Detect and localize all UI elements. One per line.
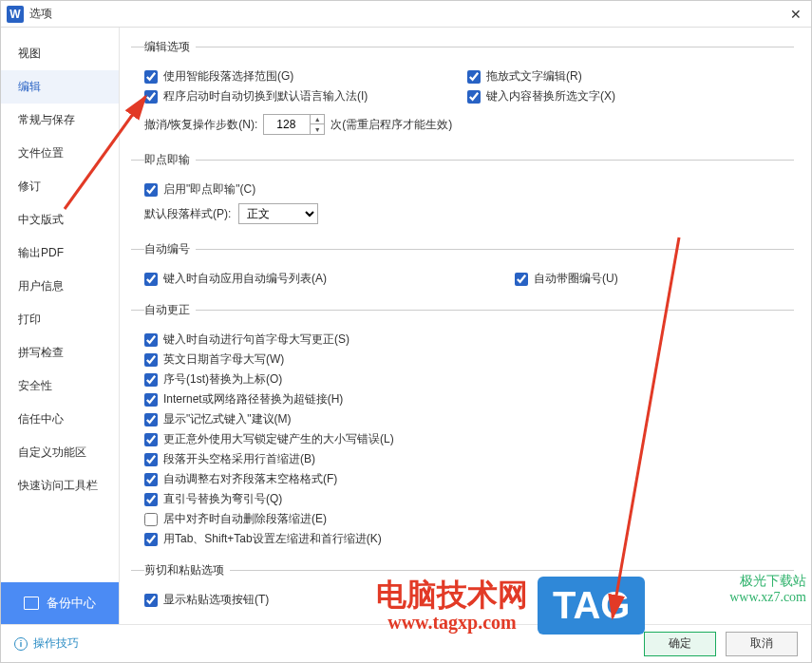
sidebar-item-label: 打印 bbox=[18, 312, 41, 328]
checkbox-autocorrect-8[interactable] bbox=[144, 493, 158, 506]
label-auto-number-list: 键入时自动应用自动编号列表(A) bbox=[163, 271, 327, 287]
checkbox-drag-edit[interactable] bbox=[467, 70, 481, 84]
checkbox-enable-clicktype[interactable] bbox=[144, 183, 158, 197]
sidebar-item-label: 视图 bbox=[18, 46, 41, 62]
label-autocorrect-8: 直引号替换为弯引号(Q) bbox=[163, 491, 282, 507]
spin-down[interactable]: ▼ bbox=[311, 124, 324, 134]
checkbox-autocorrect-0[interactable] bbox=[144, 333, 158, 347]
label-autocorrect-5: 更正意外使用大写锁定键产生的大小写错误(L) bbox=[163, 431, 394, 447]
label-enable-clicktype: 启用"即点即输"(C) bbox=[163, 181, 255, 198]
checkbox-autocorrect-7[interactable] bbox=[144, 473, 158, 486]
label-autocorrect-6: 段落开头空格采用行首缩进(B) bbox=[163, 451, 315, 467]
checkbox-autocorrect-9[interactable] bbox=[144, 513, 158, 526]
sidebar-item-label: 输出PDF bbox=[18, 245, 64, 261]
window-title: 选项 bbox=[29, 6, 52, 22]
cancel-button[interactable]: 取消 bbox=[726, 632, 798, 656]
input-undo-steps[interactable] bbox=[264, 115, 310, 134]
label-autocorrect-10: 用Tab、Shift+Tab设置左缩进和首行缩进(K) bbox=[163, 531, 382, 547]
sidebar-item-view[interactable]: 视图 bbox=[1, 37, 119, 70]
footer: i 操作技巧 确定 取消 bbox=[1, 624, 811, 662]
sidebar-item-spellcheck[interactable]: 拼写检查 bbox=[1, 336, 119, 369]
sidebar-item-label: 拼写检查 bbox=[18, 345, 64, 361]
spin-up[interactable]: ▲ bbox=[311, 115, 324, 124]
sidebar-item-output-pdf[interactable]: 输出PDF bbox=[1, 237, 119, 270]
sidebar-item-security[interactable]: 安全性 bbox=[1, 369, 119, 403]
label-overtype: 键入内容替换所选文字(X) bbox=[486, 88, 615, 104]
ok-button[interactable]: 确定 bbox=[644, 632, 716, 656]
info-icon: i bbox=[14, 637, 28, 651]
checkbox-autocorrect-10[interactable] bbox=[144, 533, 158, 546]
label-default-paragraph-style: 默认段落样式(P): bbox=[144, 206, 231, 222]
sidebar-item-chinese-layout[interactable]: 中文版式 bbox=[1, 203, 119, 237]
sidebar-item-user-info[interactable]: 用户信息 bbox=[1, 270, 119, 303]
checkbox-show-paste-options[interactable] bbox=[144, 594, 158, 607]
backup-icon bbox=[24, 597, 39, 610]
sidebar-item-label: 文件位置 bbox=[18, 145, 64, 161]
backup-center-label: 备份中心 bbox=[47, 595, 96, 612]
group-legend: 自动编号 bbox=[144, 241, 196, 257]
checkbox-autocorrect-3[interactable] bbox=[144, 393, 158, 407]
sidebar-item-print[interactable]: 打印 bbox=[1, 303, 119, 336]
checkbox-autocorrect-5[interactable] bbox=[144, 433, 158, 446]
app-icon: W bbox=[7, 6, 24, 23]
checkbox-autocorrect-4[interactable] bbox=[144, 413, 158, 426]
checkbox-auto-number-list[interactable] bbox=[144, 273, 158, 286]
sidebar: 视图 编辑 常规与保存 文件位置 修订 中文版式 输出PDF 用户信息 打印 拼… bbox=[1, 28, 120, 624]
checkbox-circle-number[interactable] bbox=[515, 273, 528, 286]
label-autocorrect-3: Internet或网络路径替换为超链接(H) bbox=[163, 391, 343, 407]
label-autocorrect-4: 显示"记忆式键入"建议(M) bbox=[163, 411, 292, 427]
sidebar-item-label: 常规与保存 bbox=[18, 112, 75, 128]
group-legend: 自动更正 bbox=[144, 302, 196, 318]
label-auto-ime: 程序启动时自动切换到默认语言输入法(I) bbox=[163, 88, 368, 104]
sidebar-item-label: 信任中心 bbox=[18, 411, 64, 427]
label-smart-paragraph: 使用智能段落选择范围(G) bbox=[163, 68, 293, 85]
checkbox-autocorrect-6[interactable] bbox=[144, 453, 158, 466]
label-undo-steps: 撤消/恢复操作步数(N): bbox=[144, 117, 257, 133]
spinner-undo-steps: ▲ ▼ bbox=[263, 114, 325, 135]
sidebar-item-edit[interactable]: 编辑 bbox=[1, 70, 119, 104]
sidebar-item-general-save[interactable]: 常规与保存 bbox=[1, 104, 119, 137]
group-auto-number: 自动编号 键入时自动应用自动编号列表(A) 自动带圈编号(U) bbox=[131, 241, 794, 294]
label-circle-number: 自动带圈编号(U) bbox=[534, 271, 618, 287]
titlebar: W 选项 ✕ bbox=[1, 1, 811, 28]
sidebar-item-revision[interactable]: 修订 bbox=[1, 170, 119, 203]
label-drag-edit: 拖放式文字编辑(R) bbox=[486, 68, 582, 85]
cancel-label: 取消 bbox=[750, 635, 773, 652]
label-undo-suffix: 次(需重启程序才能生效) bbox=[330, 117, 452, 133]
close-button[interactable]: ✕ bbox=[786, 5, 805, 24]
group-legend: 即点即输 bbox=[144, 152, 196, 168]
sidebar-item-customize-ribbon[interactable]: 自定义功能区 bbox=[1, 436, 119, 469]
label-autocorrect-9: 居中对齐时自动删除段落缩进(E) bbox=[163, 511, 327, 527]
label-show-paste-options: 显示粘贴选项按钮(T) bbox=[163, 592, 269, 608]
checkbox-overtype[interactable] bbox=[467, 90, 481, 104]
sidebar-item-file-location[interactable]: 文件位置 bbox=[1, 137, 119, 170]
label-autocorrect-2: 序号(1st)替换为上标(O) bbox=[163, 371, 282, 388]
tips-label: 操作技巧 bbox=[33, 635, 79, 652]
label-autocorrect-1: 英文日期首字母大写(W) bbox=[163, 351, 284, 368]
sidebar-item-label: 安全性 bbox=[18, 378, 52, 394]
group-edit-options: 编辑选项 使用智能段落选择范围(G) 程序启动时自动切换到默认语言输入法(I) bbox=[131, 39, 794, 144]
sidebar-item-trust-center[interactable]: 信任中心 bbox=[1, 403, 119, 436]
checkbox-auto-ime[interactable] bbox=[144, 90, 158, 104]
group-cut-paste: 剪切和粘贴选项 显示粘贴选项按钮(T) bbox=[131, 562, 794, 616]
group-click-type: 即点即输 启用"即点即输"(C) 默认段落样式(P): 正文 bbox=[131, 152, 794, 234]
group-legend: 编辑选项 bbox=[144, 39, 196, 55]
tips-link[interactable]: i 操作技巧 bbox=[14, 635, 79, 652]
sidebar-item-label: 修订 bbox=[18, 179, 41, 195]
checkbox-autocorrect-1[interactable] bbox=[144, 353, 158, 367]
label-autocorrect-0: 键入时自动进行句首字母大写更正(S) bbox=[163, 332, 349, 348]
backup-center-button[interactable]: 备份中心 bbox=[1, 582, 119, 624]
sidebar-item-label: 编辑 bbox=[18, 79, 41, 95]
group-legend: 剪切和粘贴选项 bbox=[144, 562, 230, 578]
label-autocorrect-7: 自动调整右对齐段落末空格格式(F) bbox=[163, 471, 337, 487]
sidebar-item-label: 用户信息 bbox=[18, 278, 64, 294]
sidebar-item-label: 自定义功能区 bbox=[18, 445, 86, 461]
checkbox-smart-paragraph[interactable] bbox=[144, 70, 158, 84]
sidebar-item-quick-access[interactable]: 快速访问工具栏 bbox=[1, 469, 119, 502]
sidebar-item-label: 快速访问工具栏 bbox=[18, 478, 98, 494]
content-pane: 编辑选项 使用智能段落选择范围(G) 程序启动时自动切换到默认语言输入法(I) bbox=[120, 28, 811, 624]
sidebar-item-label: 中文版式 bbox=[18, 212, 64, 228]
select-default-paragraph-style[interactable]: 正文 bbox=[238, 203, 318, 224]
ok-label: 确定 bbox=[669, 635, 691, 652]
checkbox-autocorrect-2[interactable] bbox=[144, 373, 158, 387]
